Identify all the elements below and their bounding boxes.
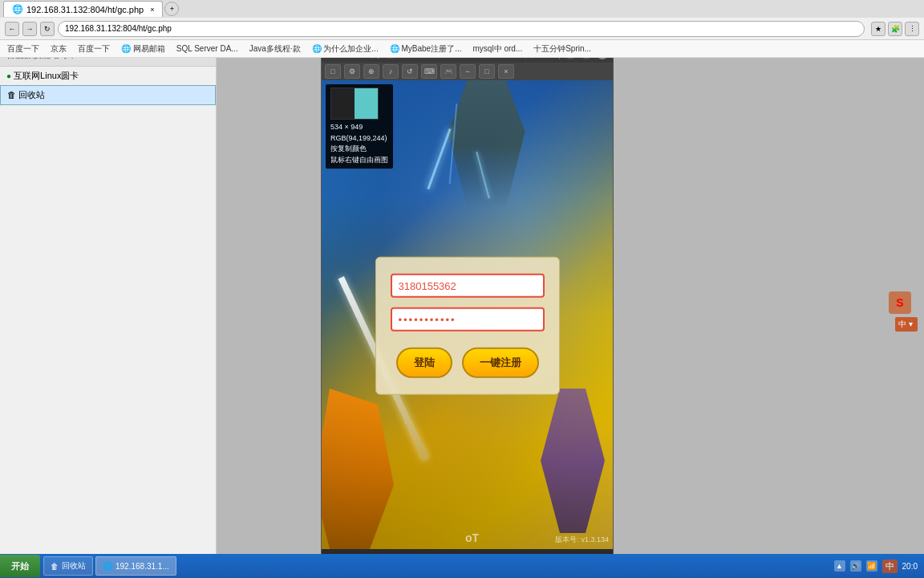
tooltip-rightclick: 鼠标右键自由画图 <box>330 155 388 166</box>
forward-button[interactable]: → <box>22 22 37 36</box>
tray-lang-indicator[interactable]: 中 <box>882 560 898 573</box>
sidebar-item-linux[interactable]: ● 互联网Linux圆卡 <box>0 67 216 85</box>
toolbar-gamepad-btn[interactable]: 🎮 <box>440 64 456 79</box>
version-label: 版本号: v1.3.134 <box>555 535 609 545</box>
bookmark-item[interactable]: 百度一下 <box>75 43 112 55</box>
login-buttons: 登陆 一键注册 <box>391 348 545 378</box>
tooltip-copy: 按复制颜色 <box>330 144 388 155</box>
login-dialog: 登陆 一键注册 <box>375 257 560 395</box>
toolbar-rotate-btn[interactable]: ↺ <box>402 64 418 79</box>
toolbar-screenshot-btn[interactable]: □ <box>325 64 341 79</box>
refresh-button[interactable]: ↻ <box>40 22 55 36</box>
taskbar-tray: ▲ 🔊 📶 中 20:0 <box>828 560 924 573</box>
back-button[interactable]: ← <box>5 22 19 36</box>
lang-indicator: 中 ▾ <box>895 317 918 332</box>
bookmark-item[interactable]: Java多线程·款 <box>247 43 303 55</box>
extensions-icon[interactable]: 🧩 <box>888 22 902 36</box>
bookmark-item[interactable]: 京东 <box>48 43 69 55</box>
toolbar-share-btn[interactable]: ⊕ <box>363 64 379 79</box>
emulator-screen: 534 × 949 RGB(94,199,244) 按复制颜色 鼠标右键自由画图… <box>322 80 613 549</box>
tab-bar: 🌐 192.168.31.132:804/ht/gc.php × + <box>0 0 924 18</box>
taskbar-item-label: 回收站 <box>62 560 86 572</box>
emulator-toolbar: □ ⚙ ⊕ ♪ ↺ ⌨ 🎮 − □ × <box>322 63 613 80</box>
taskbar-icon-browser: 🌐 <box>103 562 112 571</box>
username-input[interactable] <box>391 274 545 298</box>
tray-icon-1: ▲ <box>834 560 845 572</box>
tray-time: 20:0 <box>902 562 918 571</box>
bookmark-item[interactable]: 百度一下 <box>5 43 42 55</box>
tooltip-rgb: RGB(94,199,244) <box>330 133 388 144</box>
tab-icon: 🌐 <box>12 4 23 14</box>
start-button[interactable]: 开始 <box>0 555 40 577</box>
color-preview <box>330 88 379 120</box>
bookmark-item[interactable]: 十五分钟Sprin... <box>531 43 594 55</box>
browser-chrome: 🌐 192.168.31.132:804/ht/gc.php × + ← → ↻… <box>0 0 924 44</box>
color-tooltip: 534 × 949 RGB(94,199,244) 按复制颜色 鼠标右键自由画图 <box>326 84 393 169</box>
register-button[interactable]: 一键注册 <box>462 348 539 378</box>
right-panel: S 中 ▾ <box>895 291 918 332</box>
emulator-window: 🎮 MuMu模拟器 ⌂ 回 一级 − □ × □ ⚙ ⊕ ♪ ↺ ⌨ 🎮 − □… <box>321 44 614 578</box>
taskbar-item-label: 192.168.31.1... <box>116 562 169 571</box>
sohu-icon: S <box>896 296 903 309</box>
taskbar-icon-recycle: 🗑 <box>51 562 59 571</box>
taskbar-items: 🗑 回收站 🌐 192.168.31.1... <box>43 556 828 576</box>
tab-title: 192.168.31.132:804/ht/gc.php <box>26 5 144 14</box>
taskbar-item-recycle[interactable]: 🗑 回收站 <box>43 556 93 576</box>
bookmark-item[interactable]: 🌐 网易邮箱 <box>119 43 168 55</box>
bookmarks-bar: 百度一下 京东 百度一下 🌐 网易邮箱 SQL Server DA... Jav… <box>0 40 924 58</box>
bookmark-item[interactable]: mysql中 ord... <box>471 43 525 55</box>
sidebar: 百度源技能站号中 ● 互联网Linux圆卡 🗑 回收站 <box>0 44 217 578</box>
active-tab[interactable]: 🌐 192.168.31.132:804/ht/gc.php × <box>3 1 163 17</box>
start-label: 开始 <box>11 560 29 572</box>
tray-icon-2: 🔊 <box>850 560 861 572</box>
bookmark-item[interactable]: 🌐 MyBabe注册了... <box>387 43 464 55</box>
toolbar-settings-btn[interactable]: ⚙ <box>344 64 360 79</box>
tab-close-icon[interactable]: × <box>150 6 154 14</box>
toolbar-minus-btn[interactable]: − <box>460 64 476 79</box>
color-dark <box>331 88 355 119</box>
new-tab-button[interactable]: + <box>164 2 179 16</box>
ot-label: oT <box>465 531 479 544</box>
password-input[interactable] <box>391 307 545 332</box>
main-content: 🎮 MuMu模拟器 ⌂ 回 一级 − □ × □ ⚙ ⊕ ♪ ↺ ⌨ 🎮 − □… <box>217 44 924 578</box>
taskbar-item-browser[interactable]: 🌐 192.168.31.1... <box>95 556 176 576</box>
tooltip-size: 534 × 949 <box>330 122 388 133</box>
login-button[interactable]: 登陆 <box>396 348 452 378</box>
toolbar-keyboard-btn[interactable]: ⌨ <box>421 64 437 79</box>
toolbar-volume-btn[interactable]: ♪ <box>383 64 399 79</box>
browser-menu-icon[interactable]: ⋮ <box>905 22 919 36</box>
right-side-icon[interactable]: S <box>889 291 911 314</box>
tray-icon-3: 📶 <box>866 560 877 572</box>
color-light <box>355 88 378 119</box>
address-bar[interactable] <box>58 21 865 37</box>
taskbar: 开始 🗑 回收站 🌐 192.168.31.1... ▲ 🔊 📶 中 20:0 <box>0 554 924 578</box>
bookmark-star-icon[interactable]: ★ <box>871 22 886 36</box>
nav-bar: ← → ↻ ★ 🧩 ⋮ <box>0 18 924 40</box>
bookmark-item[interactable]: SQL Server DA... <box>174 43 241 54</box>
bookmark-item[interactable]: 🌐 为什么加企业... <box>310 43 381 55</box>
toolbar-close-btn[interactable]: × <box>498 64 514 79</box>
sidebar-item-recycle[interactable]: 🗑 回收站 <box>0 85 216 105</box>
toolbar-multi-btn[interactable]: □ <box>479 64 495 79</box>
